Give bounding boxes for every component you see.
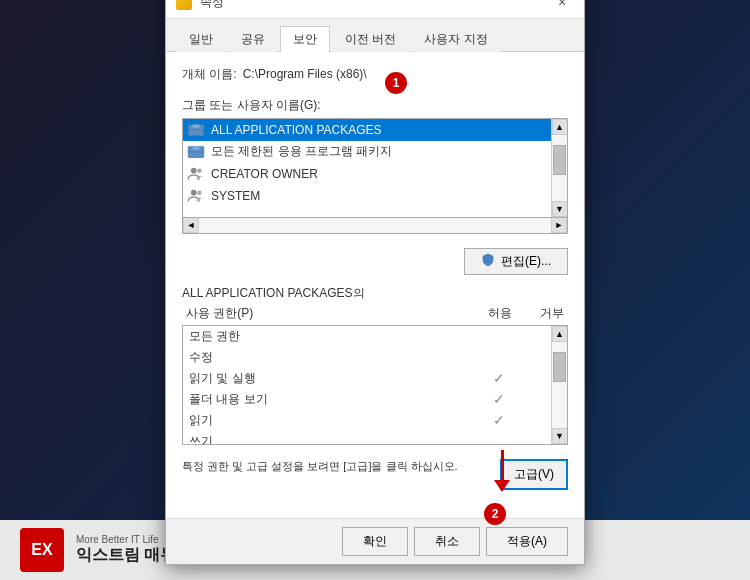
permissions-col-deny: 거부 (540, 305, 564, 322)
tab-general[interactable]: 일반 (176, 26, 226, 52)
perm-allow-check: ✓ (479, 412, 519, 429)
object-path-value: C:\Program Files (x86)\ (243, 67, 367, 81)
bottom-section: 특정 권한 및 고급 설정을 보려면 [고급]을 클릭 하십시오. 고급(V) (182, 459, 568, 490)
perm-allow (479, 328, 519, 345)
perm-row-modify: 수정 (183, 347, 567, 368)
user-item-text: CREATOR OWNER (211, 167, 318, 181)
scroll-up-button[interactable]: ▲ (552, 119, 568, 135)
folder-icon (176, 0, 192, 10)
shield-icon (481, 253, 495, 270)
perm-list-inner[interactable]: 모든 권한 수정 읽기 및 실행 ✓ 폴더 내용 보기 ✓ (183, 326, 567, 444)
ok-button[interactable]: 확인 (342, 527, 408, 556)
perm-name: 모든 권한 (189, 328, 479, 345)
user-item-text: SYSTEM (211, 189, 260, 203)
tab-previous[interactable]: 이전 버전 (332, 26, 409, 52)
svg-point-8 (191, 189, 197, 195)
dialog-content: 개체 이름: C:\Program Files (x86)\ 그룹 또는 사용자… (166, 52, 584, 518)
info-text: 특정 권한 및 고급 설정을 보려면 [고급]을 클릭 하십시오. (182, 459, 490, 474)
list-item[interactable]: CREATOR OWNER (183, 163, 551, 185)
annotation-1: 1 (385, 72, 407, 94)
advanced-button[interactable]: 고급(V) (500, 459, 568, 490)
permissions-header: ALL APPLICATION PACKAGES의 (182, 285, 568, 302)
dialog-footer: 확인 취소 적용(A) (166, 518, 584, 564)
scroll-right-button[interactable]: ► (551, 217, 567, 233)
object-name-label: 개체 이름: (182, 66, 237, 83)
perm-vertical-scrollbar[interactable]: ▲ ▼ (551, 326, 567, 444)
users-icon (187, 165, 205, 183)
list-item[interactable]: 모든 제한된 응용 프로그램 패키지 (183, 141, 551, 163)
perm-name: 쓰기 (189, 433, 479, 444)
svg-point-9 (197, 190, 202, 195)
edit-row: 편집(E)... (182, 248, 568, 275)
svg-rect-1 (193, 124, 200, 127)
scroll-track-h (199, 218, 551, 233)
scroll-down-button[interactable]: ▼ (552, 201, 568, 217)
svg-point-6 (191, 167, 197, 173)
user-item-text: ALL APPLICATION PACKAGES (211, 123, 382, 137)
arrow-head (494, 480, 510, 492)
perm-scroll-down[interactable]: ▼ (552, 428, 568, 444)
list-item[interactable]: SYSTEM (183, 185, 551, 207)
tab-share[interactable]: 공유 (228, 26, 278, 52)
scroll-track (552, 135, 567, 201)
perm-name: 읽기 (189, 412, 479, 429)
object-row: 개체 이름: C:\Program Files (x86)\ (182, 66, 568, 83)
arrow-shaft (501, 450, 504, 480)
user-list-inner[interactable]: ALL APPLICATION PACKAGES 모든 제한된 응용 프로그램 … (183, 119, 567, 217)
users-icon (187, 187, 205, 205)
perm-scroll-up[interactable]: ▲ (552, 326, 568, 342)
groups-section-label: 그룹 또는 사용자 이름(G): (182, 97, 568, 114)
package-icon (187, 121, 205, 139)
close-button[interactable]: × (550, 0, 574, 14)
tab-bar: 일반 공유 보안 이전 버전 사용자 지정 (166, 19, 584, 52)
window-title: 속성 (200, 0, 224, 11)
title-bar: 속성 × (166, 0, 584, 19)
permissions-subheader-label: 사용 권한(P) (186, 305, 253, 322)
title-bar-left: 속성 (176, 0, 224, 11)
vertical-scrollbar[interactable]: ▲ ▼ (551, 119, 567, 217)
edit-button[interactable]: 편집(E)... (464, 248, 568, 275)
perm-row-list: 폴더 내용 보기 ✓ (183, 389, 567, 410)
perm-allow-check: ✓ (479, 370, 519, 387)
tab-custom[interactable]: 사용자 지정 (411, 26, 500, 52)
annotation-arrow-2 (494, 450, 510, 492)
perm-row-readexec: 읽기 및 실행 ✓ (183, 368, 567, 389)
scroll-thumb[interactable] (553, 145, 566, 175)
perm-name: 수정 (189, 349, 479, 366)
dialog-window: 속성 × 일반 공유 보안 이전 버전 사용자 지정 개체 이름: C:\Pro… (165, 0, 585, 565)
cancel-button[interactable]: 취소 (414, 527, 480, 556)
svg-point-7 (197, 168, 202, 173)
perm-row-write: 쓰기 (183, 431, 567, 444)
user-list: ALL APPLICATION PACKAGES 모든 제한된 응용 프로그램 … (182, 118, 568, 218)
edit-button-label: 편집(E)... (501, 253, 551, 270)
horizontal-scrollbar[interactable]: ◄ ► (182, 218, 568, 234)
perm-scroll-thumb[interactable] (553, 352, 566, 382)
apply-button[interactable]: 적용(A) (486, 527, 568, 556)
user-item-text: 모든 제한된 응용 프로그램 패키지 (211, 143, 392, 160)
annotation-2: 2 (484, 503, 506, 525)
list-item[interactable]: ALL APPLICATION PACKAGES (183, 119, 551, 141)
logo-icon: EX (20, 528, 64, 572)
permissions-col-allow: 허용 (488, 305, 512, 322)
scroll-left-button[interactable]: ◄ (183, 217, 199, 233)
perm-allow-check: ✓ (479, 391, 519, 408)
perm-scroll-track (552, 342, 567, 428)
package-icon (187, 143, 205, 161)
perm-row-full: 모든 권한 (183, 326, 567, 347)
perm-name: 폴더 내용 보기 (189, 391, 479, 408)
svg-rect-4 (193, 146, 200, 149)
perm-allow (479, 349, 519, 366)
permissions-list: 모든 권한 수정 읽기 및 실행 ✓ 폴더 내용 보기 ✓ (182, 325, 568, 445)
tab-security[interactable]: 보안 (280, 26, 330, 52)
perm-row-read: 읽기 ✓ (183, 410, 567, 431)
perm-allow (479, 433, 519, 444)
perm-name: 읽기 및 실행 (189, 370, 479, 387)
